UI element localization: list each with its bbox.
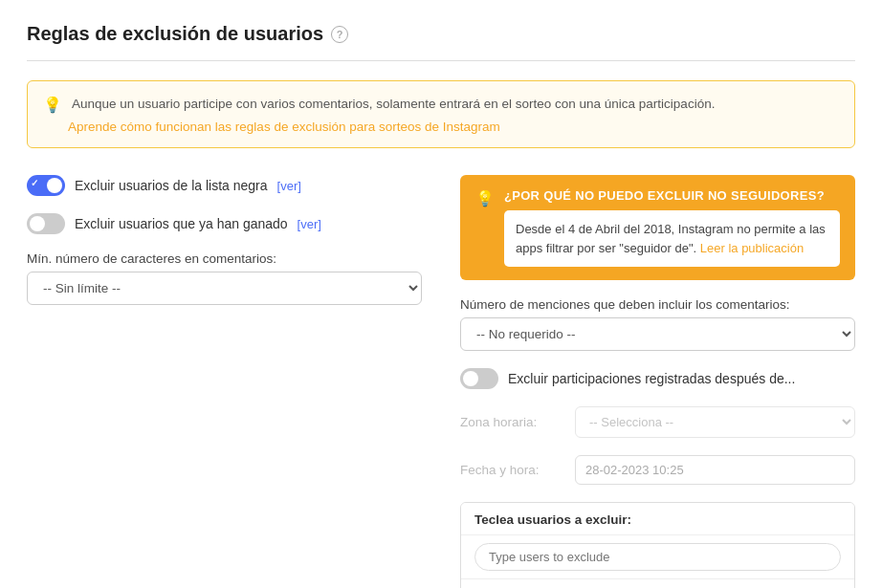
min-chars-group: Mín. número de caracteres en comentarios… (27, 251, 422, 305)
orange-bulb-icon: 💡 (475, 189, 495, 207)
blacklist-toggle-row: ✓ Excluir usuarios de la lista negra [ve… (27, 175, 422, 196)
already-won-toggle-row: Excluir usuarios que ya han ganado [ver] (27, 213, 422, 234)
datetime-label: Fecha y hora: (460, 463, 565, 477)
orange-info-box: 💡 ¿POR QUÉ NO PUEDO EXCLUIR NO SEGUIDORE… (460, 175, 855, 280)
min-chars-label: Mín. número de caracteres en comentarios… (27, 251, 422, 266)
exclude-date-toggle[interactable] (460, 368, 498, 389)
page-header: Reglas de exclusión de usuarios ? (27, 23, 855, 45)
mentions-select[interactable]: -- No requerido -- 1 2 3 (460, 317, 855, 351)
info-banner-text: Aunque un usuario participe con varios c… (72, 95, 715, 114)
two-col-layout: ✓ Excluir usuarios de la lista negra [ve… (27, 175, 855, 588)
exclude-date-label: Excluir participaciones registradas desp… (508, 371, 795, 386)
blacklist-ver-link[interactable]: [ver] (277, 179, 301, 193)
page-container: Reglas de exclusión de usuarios ? 💡 Aunq… (0, 0, 882, 588)
exclude-users-link-row: | Seleccionar del listado de participant… (461, 579, 854, 588)
exclude-date-slider (460, 368, 498, 389)
right-column: 💡 ¿POR QUÉ NO PUEDO EXCLUIR NO SEGUIDORE… (460, 175, 855, 588)
exclude-users-input[interactable] (474, 543, 841, 571)
exclude-users-header: Teclea usuarios a excluir: (461, 503, 854, 535)
mentions-label: Número de menciones que deben incluir lo… (460, 297, 855, 312)
exclude-users-box: Teclea usuarios a excluir: | Seleccionar… (460, 502, 855, 588)
exclude-users-input-row (461, 535, 854, 579)
bulb-icon: 💡 (43, 96, 62, 114)
info-banner-link[interactable]: Aprende cómo funcionan las reglas de exc… (68, 120, 839, 134)
left-column: ✓ Excluir usuarios de la lista negra [ve… (27, 175, 422, 588)
already-won-label: Excluir usuarios que ya han ganado (75, 216, 288, 231)
timezone-label: Zona horaria: (460, 415, 565, 429)
page-title: Reglas de exclusión de usuarios (27, 23, 323, 45)
exclude-date-row: Excluir participaciones registradas desp… (460, 368, 855, 389)
info-banner-top: 💡 Aunque un usuario participe con varios… (43, 95, 839, 114)
header-divider (27, 60, 855, 61)
already-won-slider (27, 213, 65, 234)
help-icon[interactable]: ? (331, 26, 348, 43)
datetime-row: Fecha y hora: (460, 455, 855, 485)
orange-info-link[interactable]: Leer la publicación (700, 241, 804, 255)
min-chars-select[interactable]: -- Sin límite -- 10 20 50 100 (27, 272, 422, 305)
info-banner: 💡 Aunque un usuario participe con varios… (27, 80, 855, 148)
timezone-row: Zona horaria: -- Selecciona -- (460, 406, 855, 438)
orange-info-content: ¿POR QUÉ NO PUEDO EXCLUIR NO SEGUIDORES?… (504, 188, 840, 267)
orange-info-title: ¿POR QUÉ NO PUEDO EXCLUIR NO SEGUIDORES? (504, 188, 840, 203)
blacklist-label: Excluir usuarios de la lista negra (75, 178, 268, 193)
already-won-ver-link[interactable]: [ver] (298, 217, 321, 231)
orange-info-desc: Desde el 4 de Abril del 2018, Instagram … (504, 210, 840, 267)
blacklist-slider (27, 175, 65, 196)
already-won-toggle[interactable] (27, 213, 65, 234)
blacklist-toggle[interactable]: ✓ (27, 175, 65, 196)
datetime-input[interactable] (575, 455, 855, 485)
timezone-select[interactable]: -- Selecciona -- (575, 406, 855, 438)
mentions-section: Número de menciones que deben incluir lo… (460, 297, 855, 351)
